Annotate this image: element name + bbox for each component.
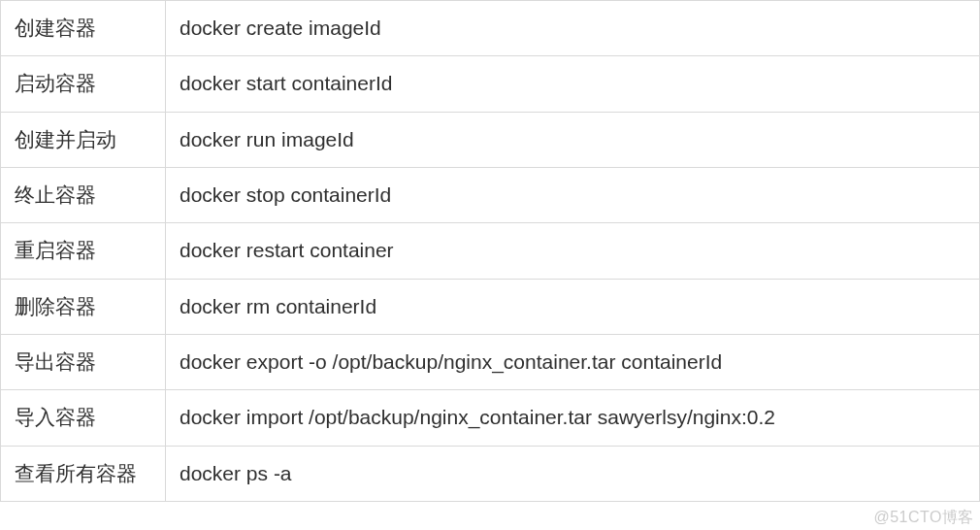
row-label: 终止容器 [1,168,166,223]
row-command: docker run imageId [166,112,980,167]
row-command: docker import /opt/backup/nginx_containe… [166,390,980,446]
row-label: 创建并启动 [1,112,166,167]
row-label: 查看所有容器 [1,446,166,501]
row-command: docker ps -a [166,446,980,501]
row-command: docker create imageId [166,1,980,56]
table-row: 创建并启动 docker run imageId [1,112,980,167]
table-row: 查看所有容器 docker ps -a [1,446,980,501]
row-command: docker export -o /opt/backup/nginx_conta… [166,335,980,390]
row-label: 导出容器 [1,335,166,390]
row-command: docker restart container [166,223,980,279]
table-row: 终止容器 docker stop containerId [1,168,980,223]
table-row: 导入容器 docker import /opt/backup/nginx_con… [1,390,980,446]
row-label: 启动容器 [1,56,166,112]
table-row: 重启容器 docker restart container [1,223,980,279]
docker-commands-table: 创建容器 docker create imageId 启动容器 docker s… [0,0,980,502]
row-command: docker stop containerId [166,168,980,223]
row-label: 重启容器 [1,223,166,279]
row-label: 导入容器 [1,390,166,446]
watermark: @51CTO博客 [873,508,974,528]
row-label: 创建容器 [1,1,166,56]
table-row: 导出容器 docker export -o /opt/backup/nginx_… [1,335,980,390]
row-command: docker rm containerId [166,279,980,334]
table-row: 启动容器 docker start containerId [1,56,980,112]
table-row: 删除容器 docker rm containerId [1,279,980,334]
table-row: 创建容器 docker create imageId [1,1,980,56]
row-command: docker start containerId [166,56,980,112]
row-label: 删除容器 [1,279,166,334]
